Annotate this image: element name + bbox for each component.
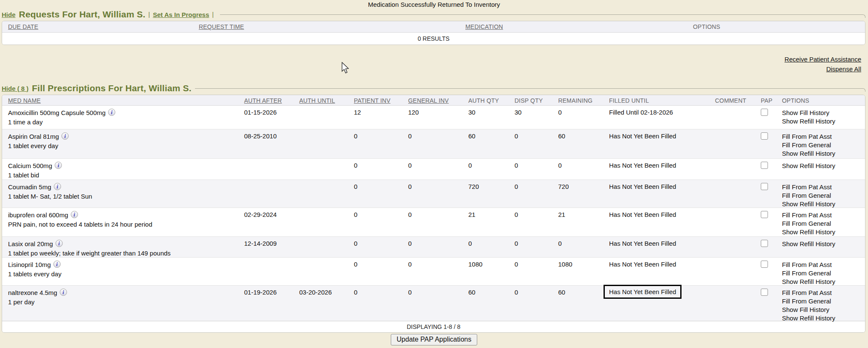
remaining-cell: 21	[558, 211, 565, 218]
option-show-refill-history[interactable]: Show Refill History	[782, 278, 865, 286]
fill-prescriptions-section: Hide ( 8 ) Fill Prescriptions For Hart, …	[2, 83, 865, 333]
fill-section-title: Fill Prescriptions For Hart, William S.	[32, 83, 191, 93]
pap-checkbox[interactable]	[761, 289, 768, 296]
info-icon[interactable]: i	[54, 183, 61, 190]
option-fill-from-general[interactable]: Fill From General	[782, 269, 865, 278]
auth-until-cell: 03-20-2026	[299, 289, 332, 296]
pap-cell	[761, 261, 768, 269]
disp-qty-cell: 0	[515, 240, 518, 247]
fill-hide-link[interactable]: Hide ( 8 )	[2, 85, 28, 92]
options-cell: Fill From Pat AsstFill From GeneralShow …	[782, 289, 865, 323]
pap-checkbox[interactable]	[761, 240, 768, 247]
med-name-cell: naltrexone 4.5mgi1 per day	[8, 289, 239, 306]
auth-qty-cell: 21	[468, 211, 476, 218]
auth-after-cell: 12-14-2009	[244, 240, 277, 247]
general-inv-cell: 0	[408, 289, 412, 296]
option-fill-from-pat-asst[interactable]: Fill From Pat Asst	[782, 132, 865, 141]
column-header-patient-inv[interactable]: PATIENT INV	[354, 97, 390, 104]
requests-section: Hide Requests For Hart, William S. | Set…	[2, 9, 865, 45]
pap-checkbox[interactable]	[761, 211, 768, 218]
general-inv-cell: 0	[408, 183, 412, 190]
general-inv-cell: 0	[408, 132, 412, 140]
info-icon[interactable]: i	[71, 211, 78, 218]
dispense-all-link[interactable]: Dispense All	[785, 64, 861, 74]
options-cell: Fill From Pat AsstFill From GeneralShow …	[782, 132, 865, 158]
column-header-medication[interactable]: MEDICATION	[465, 23, 503, 30]
option-fill-from-pat-asst[interactable]: Fill From Pat Asst	[782, 289, 865, 297]
update-pap-applications-button[interactable]: Update PAP Applications	[391, 334, 477, 345]
column-header-due-date[interactable]: DUE DATE	[8, 23, 38, 30]
set-as-in-progress-link[interactable]: Set As In Progress	[153, 11, 209, 18]
info-icon[interactable]: i	[61, 132, 69, 140]
prescription-row: Aspirin Oral 81mgi1 tablet every day08-2…	[2, 129, 865, 158]
info-icon[interactable]: i	[60, 289, 67, 296]
option-show-refill-history[interactable]: Show Refill History	[782, 117, 865, 126]
option-fill-from-pat-asst[interactable]: Fill From Pat Asst	[782, 183, 865, 191]
pap-checkbox[interactable]	[761, 109, 768, 116]
column-header-remaining: REMAINING	[558, 97, 593, 104]
option-show-refill-history[interactable]: Show Refill History	[782, 228, 865, 236]
requests-section-titlebar: Hide Requests For Hart, William S. | Set…	[2, 9, 865, 20]
auth-qty-cell: 0	[468, 240, 472, 247]
filled-until-text: Has Not Yet Been Filled	[609, 162, 676, 169]
option-show-refill-history[interactable]: Show Refill History	[782, 149, 865, 158]
receive-patient-assistance-link[interactable]: Receive Patient Assistance	[785, 54, 861, 64]
auth-after-cell: 01-19-2026	[244, 289, 277, 296]
patient-inv-cell: 0	[354, 261, 357, 268]
auth-qty-cell: 1080	[468, 261, 482, 268]
info-icon[interactable]: i	[55, 162, 62, 169]
info-icon[interactable]: i	[108, 109, 115, 116]
prescription-row: naltrexone 4.5mgi1 per day01-19-202603-2…	[2, 285, 865, 321]
column-header-options: OPTIONS	[782, 97, 809, 104]
option-show-refill-history[interactable]: Show Refill History	[782, 240, 865, 248]
column-header-request-time[interactable]: REQUEST TIME	[199, 23, 244, 30]
option-fill-from-pat-asst[interactable]: Fill From Pat Asst	[782, 261, 865, 269]
med-name: Coumadin 5mg	[8, 183, 51, 191]
med-name: Lisinopril 10mg	[8, 261, 51, 268]
option-show-fill-history[interactable]: Show Fill History	[782, 306, 865, 314]
info-icon[interactable]: i	[56, 240, 63, 247]
option-show-refill-history[interactable]: Show Refill History	[782, 162, 865, 170]
option-show-refill-history[interactable]: Show Refill History	[782, 314, 865, 323]
option-fill-from-general[interactable]: Fill From General	[782, 297, 865, 306]
prescription-row: Amoxicillin 500mg Capsule 500mgi1 time a…	[2, 106, 865, 129]
med-name-cell: ibuprofen oral 600mgiPRN pain, not to ex…	[8, 211, 239, 228]
button-bar: Update PAP Applications	[0, 334, 868, 345]
remaining-cell: 720	[558, 183, 569, 190]
pap-cell	[761, 183, 768, 191]
general-inv-cell: 0	[408, 162, 412, 169]
general-inv-cell: 0	[408, 240, 412, 247]
med-directions: 1 time a day	[8, 118, 239, 126]
option-fill-from-general[interactable]: Fill From General	[782, 191, 865, 200]
option-fill-from-pat-asst[interactable]: Fill From Pat Asst	[782, 211, 865, 219]
mouse-cursor	[342, 62, 351, 75]
options-cell: Show Fill HistoryShow Refill History	[782, 109, 865, 126]
filled-until-cell: Has Not Yet Been Filled	[609, 211, 676, 218]
filled-until-text: Filled Until 02-18-2026	[609, 109, 673, 116]
pap-checkbox[interactable]	[761, 183, 768, 190]
column-header-med-name[interactable]: MED NAME	[8, 97, 41, 104]
disp-qty-cell: 0	[515, 261, 518, 268]
pap-checkbox[interactable]	[761, 261, 768, 268]
med-name: Aspirin Oral 81mg	[8, 133, 59, 140]
patient-inv-cell: 0	[354, 183, 357, 190]
pap-checkbox[interactable]	[761, 132, 768, 140]
remaining-cell: 0	[558, 109, 562, 116]
filled-until-cell: Has Not Yet Been Filled	[609, 183, 676, 190]
option-fill-from-general[interactable]: Fill From General	[782, 219, 865, 228]
column-header-general-inv[interactable]: GENERAL INV	[408, 97, 449, 104]
option-show-refill-history[interactable]: Show Refill History	[782, 200, 865, 208]
info-icon[interactable]: i	[53, 261, 61, 268]
column-header-options: OPTIONS	[693, 23, 720, 30]
remaining-cell: 60	[558, 289, 565, 296]
patient-inv-cell: 12	[354, 109, 361, 116]
pap-checkbox[interactable]	[761, 162, 768, 169]
requests-hide-link[interactable]: Hide	[2, 11, 16, 18]
option-show-fill-history[interactable]: Show Fill History	[782, 109, 865, 117]
option-fill-from-general[interactable]: Fill From General	[782, 141, 865, 149]
auth-qty-cell: 60	[468, 132, 476, 140]
column-header-auth-until[interactable]: AUTH UNTIL	[299, 97, 335, 104]
auth-qty-cell: 0	[468, 162, 472, 169]
remaining-cell: 0	[558, 240, 562, 247]
column-header-auth-after[interactable]: AUTH AFTER	[244, 97, 282, 104]
